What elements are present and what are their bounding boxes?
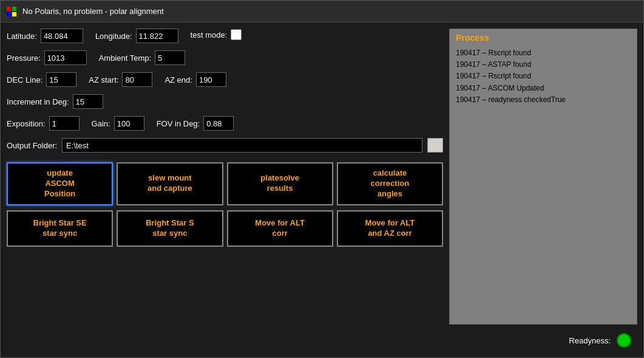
app-icon: [5, 5, 18, 18]
gain-input[interactable]: [114, 116, 144, 131]
pressure-label: Pressure:: [7, 53, 41, 63]
readiness-row: Readyness:: [449, 329, 637, 351]
calculate-button[interactable]: calculate correction angles: [337, 162, 443, 205]
log-line: 190417 – readyness checkedTrue: [456, 94, 631, 106]
increment-label: Increment in Deg:: [7, 97, 69, 106]
dec-line-input[interactable]: [46, 72, 76, 87]
pressure-input[interactable]: [44, 50, 87, 65]
action-buttons-row2: Bright Star SE star sync Bright Star S s…: [7, 210, 443, 247]
bright-star-s-button[interactable]: Bright Star S star sync: [117, 210, 223, 247]
output-folder-label: Output Folder:: [7, 141, 57, 150]
svg-rect-0: [7, 7, 11, 11]
window-title: No Polaris, no problem - polar alignment: [22, 7, 575, 16]
readiness-label: Readyness:: [569, 336, 611, 345]
left-panel: Latitude: Longitude: test mode: Pressure…: [7, 29, 443, 351]
test-mode-checkbox[interactable]: [231, 29, 242, 40]
increment-input[interactable]: [73, 94, 103, 109]
az-end-row: AZ end:: [164, 72, 226, 87]
ambient-temp-label: Ambient Temp:: [99, 53, 151, 63]
dec-line-label: DEC Line:: [7, 75, 42, 84]
main-window: No Polaris, no problem - polar alignment…: [0, 0, 644, 358]
pressure-row: Pressure:: [7, 50, 87, 65]
close-button[interactable]: [619, 4, 639, 19]
fov-label: FOV in Deg:: [157, 119, 200, 128]
latitude-label: Latitude:: [7, 32, 37, 41]
exposition-input[interactable]: [49, 116, 80, 131]
process-panel: Process 190417 – Rscript found190417 – A…: [449, 29, 637, 325]
platesolve-button[interactable]: platesolve results: [227, 162, 333, 205]
svg-rect-1: [12, 7, 16, 11]
test-mode-label: test mode:: [191, 30, 228, 40]
move-alt-az-button[interactable]: Move for ALT and AZ corr: [337, 210, 443, 247]
right-panel: Process 190417 – Rscript found190417 – A…: [449, 29, 637, 351]
fov-row: FOV in Deg:: [157, 116, 234, 131]
latitude-input[interactable]: [41, 29, 83, 43]
action-buttons-row1: update ASCOM Position slew mount and cap…: [7, 162, 443, 205]
dec-line-row: DEC Line:: [7, 72, 76, 87]
window-controls: [575, 4, 639, 19]
process-title: Process: [450, 29, 637, 45]
exposition-label: Exposition:: [7, 119, 46, 128]
title-bar: No Polaris, no problem - polar alignment: [1, 1, 643, 22]
increment-row: Increment in Deg:: [7, 94, 103, 109]
process-log: 190417 – Rscript found190417 – ASTAP fou…: [450, 45, 637, 324]
svg-rect-2: [7, 12, 11, 16]
slew-mount-button[interactable]: slew mount and capture: [117, 162, 223, 205]
output-folder-input[interactable]: [62, 138, 422, 153]
latitude-row: Latitude:: [7, 29, 83, 43]
az-start-row: AZ start:: [89, 72, 152, 87]
gain-row: Gain:: [92, 116, 144, 131]
ambient-temp-input[interactable]: [155, 50, 185, 65]
main-content: Latitude: Longitude: test mode: Pressure…: [1, 22, 643, 357]
minimize-button[interactable]: [575, 4, 595, 19]
az-end-input[interactable]: [196, 72, 226, 87]
exposition-row: Exposition:: [7, 116, 80, 131]
log-line: 190417 – Rscript found: [456, 47, 631, 59]
log-line: 190417 – ASTAP found: [456, 59, 631, 71]
update-ascom-button[interactable]: update ASCOM Position: [7, 162, 113, 205]
move-alt-button[interactable]: Move for ALT corr: [227, 210, 333, 247]
svg-rect-3: [12, 12, 16, 16]
az-end-label: AZ end:: [164, 75, 192, 84]
bright-star-se-button[interactable]: Bright Star SE star sync: [7, 210, 113, 247]
ambient-temp-row: Ambient Temp:: [99, 50, 185, 65]
log-line: 190417 – ASCOM Updated: [456, 83, 631, 94]
output-folder-row: Output Folder:: [7, 138, 443, 153]
longitude-row: Longitude:: [95, 29, 178, 43]
fov-input[interactable]: [203, 116, 234, 131]
az-start-input[interactable]: [122, 72, 152, 87]
gain-label: Gain:: [92, 119, 110, 128]
readiness-indicator: [617, 333, 631, 348]
az-start-label: AZ start:: [89, 75, 118, 84]
browse-button[interactable]: [427, 138, 443, 153]
maximize-button[interactable]: [597, 4, 617, 19]
test-mode-row: test mode:: [191, 29, 242, 40]
longitude-input[interactable]: [136, 29, 178, 43]
longitude-label: Longitude:: [95, 32, 132, 41]
log-line: 190417 – Rscript found: [456, 71, 631, 82]
